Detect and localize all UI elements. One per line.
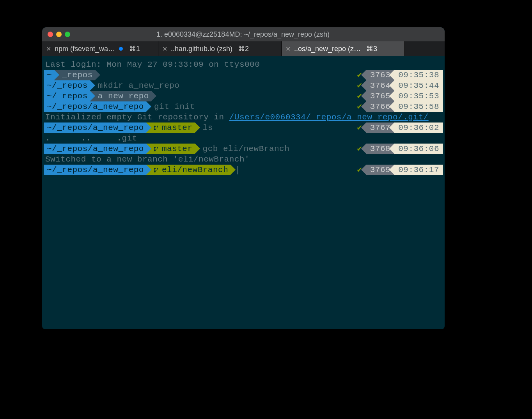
tab-2[interactable]: ✕ ..han.github.io (zsh) ⌘2: [158, 41, 282, 56]
command-text: ls: [203, 123, 213, 133]
timestamp: 09:35:44: [394, 80, 443, 91]
output-line: Switched to a new branch 'eli/newBranch': [44, 154, 443, 165]
git-branch-icon: [154, 125, 160, 131]
prompt-line-current: ~/_repos/a_new_repo eli/newBranch ✔ 3769…: [44, 165, 443, 175]
timestamp: 09:35:58: [394, 101, 443, 112]
output-line: Initialized empty Git repository in /Use…: [44, 112, 443, 123]
prompt-line: ~/_repos/a_new_repo master ls ✔ 3767 09:…: [44, 123, 443, 133]
tab-shortcut: ⌘3: [366, 44, 377, 53]
git-branch-icon: [154, 146, 160, 152]
right-status: ✔ 3767 09:36:02: [353, 123, 443, 133]
timestamp: 09:36:17: [394, 165, 443, 175]
extra-segment: _repos: [54, 70, 95, 80]
tab-close-icon[interactable]: ✕: [162, 45, 168, 53]
branch-segment: eli/newBranch: [146, 165, 231, 175]
command-text: gcb eli/newBranch: [203, 144, 290, 154]
path-segment: ~/_repos/a_new_repo: [44, 101, 146, 112]
right-status: ✔ 3763 09:35:38: [353, 70, 443, 80]
extra-segment: a_new_repo: [90, 91, 151, 101]
path-segment: ~/_repos/a_new_repo: [44, 123, 146, 133]
right-status: ✔ 3768 09:36:06: [353, 144, 443, 154]
branch-segment: master: [146, 123, 195, 133]
timestamp: 09:35:53: [394, 91, 443, 101]
command-text: git init: [154, 101, 195, 112]
timestamp: 09:35:38: [394, 70, 443, 80]
git-branch-icon: [154, 167, 160, 173]
terminal-window: 1. e0060334@zz25184MD: ~/_repos/a_new_re…: [42, 27, 445, 329]
tab-shortcut: ⌘1: [129, 44, 140, 53]
command-text: mkdir a_new_repo: [98, 80, 180, 91]
tab-shortcut: ⌘2: [238, 44, 249, 53]
tab-label: npm (fsevent_wa…: [55, 45, 115, 53]
path-segment: ~/_repos/a_new_repo: [44, 165, 146, 175]
path-segment: ~: [44, 70, 54, 80]
branch-segment: master: [146, 144, 195, 154]
path-segment: ~/_repos: [44, 91, 90, 101]
prompt-line: ~/_repos/a_new_repo master gcb eli/newBr…: [44, 144, 443, 154]
right-status: ✔ 3764 09:35:44: [353, 80, 443, 91]
path-segment: ~/_repos: [44, 80, 90, 91]
cursor: [238, 166, 238, 174]
repo-path-link[interactable]: /Users/e0060334/_repos/a_new_repo/.git/: [229, 112, 429, 123]
prompt-line: ~/_repos a_new_repo ✔ 3765 09:35:53: [44, 91, 443, 101]
last-login-line: Last login: Mon May 27 09:33:09 on ttys0…: [44, 59, 443, 70]
path-segment: ~/_repos/a_new_repo: [44, 144, 146, 154]
tab-1[interactable]: ✕ npm (fsevent_wa… ⌘1: [42, 41, 158, 56]
prompt-line: ~/_repos mkdir a_new_repo ✔ 3764 09:35:4…: [44, 80, 443, 91]
tab-close-icon[interactable]: ✕: [46, 45, 51, 53]
right-status: ✔ 3769 09:36:17: [353, 165, 443, 175]
tab-close-icon[interactable]: ✕: [286, 45, 291, 53]
tab-bar: ✕ npm (fsevent_wa… ⌘1 ✕ ..han.github.io …: [42, 41, 445, 56]
right-status: ✔ 3765 09:35:53: [353, 91, 443, 101]
tab-3[interactable]: ✕ ..os/a_new_repo (z… ⌘3: [282, 41, 405, 56]
dirty-indicator-icon: [119, 47, 123, 51]
output-line: . .. .git: [44, 133, 443, 144]
terminal-content[interactable]: Last login: Mon May 27 09:33:09 on ttys0…: [42, 56, 445, 177]
right-status: ✔ 3766 09:35:58: [353, 101, 443, 112]
timestamp: 09:36:02: [394, 123, 443, 133]
tab-label: ..han.github.io (zsh): [171, 45, 232, 53]
prompt-line: ~ _repos ✔ 3763 09:35:38: [44, 70, 443, 80]
window-title: 1. e0060334@zz25184MD: ~/_repos/a_new_re…: [47, 30, 439, 39]
timestamp: 09:36:06: [394, 144, 443, 154]
window-titlebar[interactable]: 1. e0060334@zz25184MD: ~/_repos/a_new_re…: [42, 27, 445, 41]
prompt-line: ~/_repos/a_new_repo git init ✔ 3766 09:3…: [44, 101, 443, 112]
tab-label: ..os/a_new_repo (z…: [294, 45, 361, 53]
